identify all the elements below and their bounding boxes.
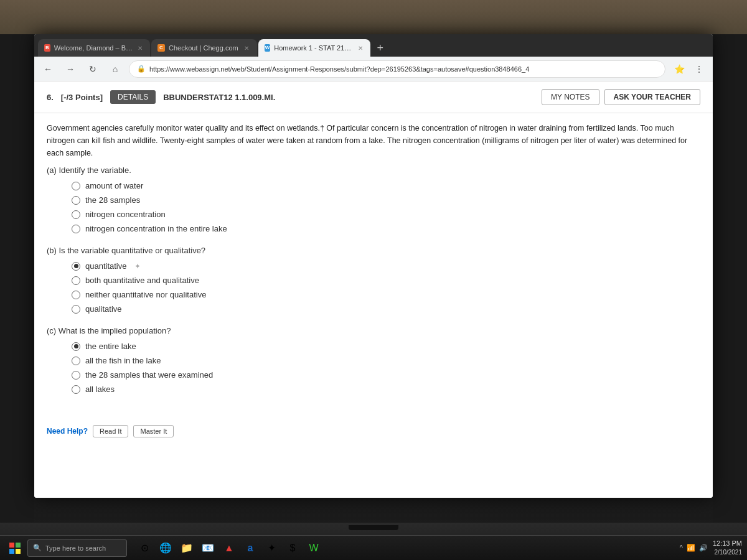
radio-a2[interactable] xyxy=(72,196,80,205)
option-c1[interactable]: the entire lake xyxy=(72,342,700,351)
tab-blackboard[interactable]: B Welcome, Diamond – Blackboar ✕ xyxy=(38,39,150,57)
tab-homework-close[interactable]: ✕ xyxy=(357,44,364,52)
problem-text: Government agencies carefully monitor wa… xyxy=(34,113,713,166)
room-background xyxy=(0,0,747,34)
start-button[interactable] xyxy=(5,538,25,558)
option-b1[interactable]: quantitative ✦ xyxy=(72,261,700,271)
laptop-notch xyxy=(349,525,398,530)
new-tab-button[interactable]: + xyxy=(372,39,389,57)
option-a1[interactable]: amount of water xyxy=(72,181,700,190)
part-b-label: (b) Is the variable quantitative or qual… xyxy=(47,246,700,255)
radio-c1[interactable] xyxy=(72,342,80,351)
browser-chrome: B Welcome, Diamond – Blackboar ✕ C Check… xyxy=(34,34,713,82)
points-label: [-/3 Points] xyxy=(61,93,103,102)
taskbar: 🔍 Type here to search ⊙ 🌐 📁 📧 ▲ a ✦ $ W … xyxy=(0,535,747,560)
clock[interactable]: 12:13 PM 2/10/2021 xyxy=(713,539,742,557)
tab-chegg-close[interactable]: ✕ xyxy=(242,44,251,52)
option-c4[interactable]: all lakes xyxy=(72,385,700,394)
lock-icon: 🔒 xyxy=(137,65,146,73)
question-number: 6. xyxy=(47,93,54,102)
option-c2[interactable]: all the fish in the lake xyxy=(72,356,700,365)
radio-c2[interactable] xyxy=(72,357,80,365)
part-c: (c) What is the implied population? the … xyxy=(47,326,700,394)
svg-rect-2 xyxy=(9,549,14,554)
question-code: BBUNDERSTAT12 1.1.009.MI. xyxy=(163,93,275,102)
radio-a1[interactable] xyxy=(72,182,80,190)
read-it-button[interactable]: Read It xyxy=(93,425,128,437)
radio-b2[interactable] xyxy=(72,276,80,285)
master-it-button[interactable]: Master It xyxy=(133,425,174,437)
option-a4[interactable]: nitrogen concentration in the entire lak… xyxy=(72,224,700,233)
laptop-screen: B Welcome, Diamond – Blackboar ✕ C Check… xyxy=(34,34,713,498)
extensions-button[interactable]: ⭐ xyxy=(670,60,688,78)
part-a-options: amount of water the 28 samples nitrogen … xyxy=(47,181,700,233)
taskbar-right: ^ 📶 🔊 12:13 PM 2/10/2021 xyxy=(680,539,742,557)
radio-b4[interactable] xyxy=(72,305,80,314)
url-input[interactable]: 🔒 https://www.webassign.net/web/Student/… xyxy=(129,60,665,78)
tab-homework-label: Homework 1 - STAT 210, section xyxy=(274,44,353,52)
my-notes-button[interactable]: MY NOTES xyxy=(542,89,599,105)
volume-icon[interactable]: 🔊 xyxy=(699,544,708,552)
network-icon: 📶 xyxy=(687,544,695,552)
svg-rect-3 xyxy=(16,549,21,554)
option-b3[interactable]: neither quantitative nor qualitative xyxy=(72,290,700,299)
forward-button[interactable]: → xyxy=(62,60,79,78)
details-button[interactable]: DETAILS xyxy=(110,90,156,104)
option-a3[interactable]: nitrogen concentration xyxy=(72,210,700,219)
tab-chegg[interactable]: C Checkout | Chegg.com ✕ xyxy=(151,39,257,57)
taskbar-search-text: Type here to search xyxy=(45,544,106,552)
radio-a4[interactable] xyxy=(72,225,80,233)
part-a: (a) Identify the variable. amount of wat… xyxy=(47,166,700,233)
taskbar-mail[interactable]: 📧 xyxy=(198,538,218,558)
ask-teacher-button[interactable]: ASK YOUR TEACHER xyxy=(604,89,700,105)
taskbar-search-icon: 🔍 xyxy=(33,544,42,552)
need-help-label: Need Help? xyxy=(47,427,88,436)
laptop-bezel-left xyxy=(0,34,34,523)
browser-actions: ⭐ ⋮ xyxy=(670,60,708,78)
option-c3[interactable]: the 28 samples that were examined xyxy=(72,370,700,380)
radio-b1[interactable] xyxy=(72,262,80,271)
option-b4[interactable]: qualitative xyxy=(72,304,700,314)
part-c-label: (c) What is the implied population? xyxy=(47,326,700,335)
part-b-options: quantitative ✦ both quantitative and qua… xyxy=(47,261,700,314)
tab-homework[interactable]: W Homework 1 - STAT 210, section ✕ xyxy=(258,39,370,57)
refresh-button[interactable]: ↻ xyxy=(84,60,101,78)
option-a2[interactable]: the 28 samples xyxy=(72,195,700,205)
url-text: https://www.webassign.net/web/Student/As… xyxy=(149,65,529,73)
taskbar-app-a[interactable]: ▲ xyxy=(219,538,239,558)
part-c-options: the entire lake all the fish in the lake… xyxy=(47,342,700,394)
taskbar-apps: ⊙ 🌐 📁 📧 ▲ a ✦ $ W xyxy=(134,538,324,558)
question-parts: (a) Identify the variable. amount of wat… xyxy=(34,166,713,419)
clock-time: 12:13 PM xyxy=(713,539,742,548)
back-button[interactable]: ← xyxy=(39,60,57,78)
star-icon: ✦ xyxy=(134,262,141,271)
home-button[interactable]: ⌂ xyxy=(106,60,124,78)
taskbar-cortana[interactable]: ⊙ xyxy=(134,538,154,558)
radio-c3[interactable] xyxy=(72,371,80,380)
taskbar-files[interactable]: 📁 xyxy=(177,538,197,558)
taskbar-app-c[interactable]: ✦ xyxy=(261,538,281,558)
header-actions: MY NOTES ASK YOUR TEACHER xyxy=(542,89,700,105)
taskbar-app-e[interactable]: W xyxy=(304,538,324,558)
chevron-up-icon[interactable]: ^ xyxy=(680,544,683,551)
page-content: 6. [-/3 Points] DETAILS BBUNDERSTAT12 1.… xyxy=(34,82,713,498)
tab-blackboard-label: Welcome, Diamond – Blackboar xyxy=(54,44,133,52)
question-header: 6. [-/3 Points] DETAILS BBUNDERSTAT12 1.… xyxy=(34,82,713,113)
radio-b3[interactable] xyxy=(72,291,80,299)
svg-rect-0 xyxy=(9,543,14,548)
taskbar-search[interactable]: 🔍 Type here to search xyxy=(27,539,127,557)
clock-date: 2/10/2021 xyxy=(713,548,742,557)
radio-c4[interactable] xyxy=(72,385,80,394)
svg-rect-1 xyxy=(16,543,21,548)
laptop-bezel-right xyxy=(713,34,747,523)
option-b2[interactable]: both quantitative and qualitative xyxy=(72,276,700,285)
part-a-label: (a) Identify the variable. xyxy=(47,166,700,175)
radio-a3[interactable] xyxy=(72,210,80,219)
taskbar-app-d[interactable]: $ xyxy=(283,538,303,558)
tab-blackboard-close[interactable]: ✕ xyxy=(137,44,144,52)
taskbar-browser[interactable]: 🌐 xyxy=(156,538,176,558)
need-help-section: Need Help? Read It Master It xyxy=(34,419,713,450)
address-bar: ← → ↻ ⌂ 🔒 https://www.webassign.net/web/… xyxy=(34,57,713,82)
settings-button[interactable]: ⋮ xyxy=(690,60,708,78)
taskbar-app-b[interactable]: a xyxy=(240,538,260,558)
